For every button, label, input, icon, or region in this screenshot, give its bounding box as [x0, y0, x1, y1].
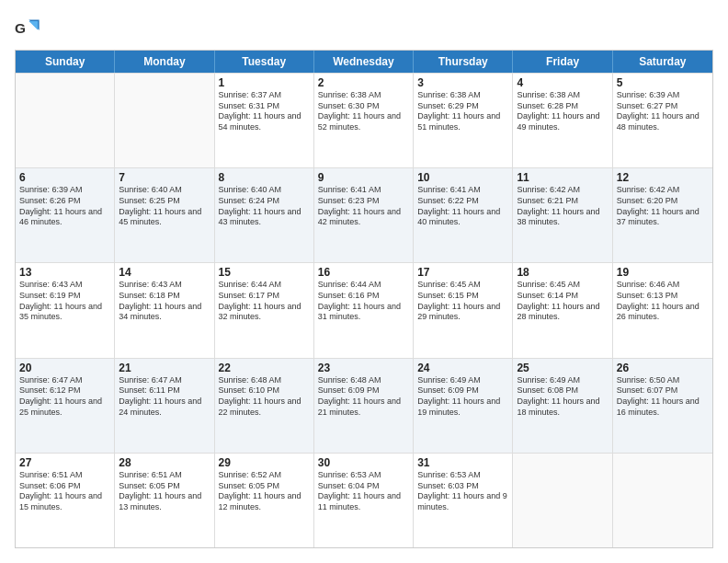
cal-header-wednesday: Wednesday [314, 51, 414, 73]
cal-cell: 18Sunrise: 6:45 AMSunset: 6:14 PMDayligh… [513, 263, 612, 357]
cell-info: Sunrise: 6:39 AMSunset: 6:27 PMDaylight:… [617, 90, 709, 133]
cell-info: Sunrise: 6:41 AMSunset: 6:23 PMDaylight:… [318, 185, 409, 228]
day-number: 31 [417, 456, 508, 469]
cell-info: Sunrise: 6:43 AMSunset: 6:19 PMDaylight:… [19, 280, 110, 323]
cal-week-4: 27Sunrise: 6:51 AMSunset: 6:06 PMDayligh… [16, 453, 712, 547]
cal-header-thursday: Thursday [414, 51, 513, 73]
day-number: 7 [119, 171, 210, 184]
cal-cell: 7Sunrise: 6:40 AMSunset: 6:25 PMDaylight… [115, 168, 214, 262]
cal-cell: 30Sunrise: 6:53 AMSunset: 6:04 PMDayligh… [314, 454, 414, 547]
cal-cell [613, 454, 712, 547]
day-number: 24 [417, 362, 508, 374]
cell-info: Sunrise: 6:46 AMSunset: 6:13 PMDaylight:… [617, 280, 709, 323]
cal-cell: 14Sunrise: 6:43 AMSunset: 6:18 PMDayligh… [115, 263, 214, 357]
cal-cell: 16Sunrise: 6:44 AMSunset: 6:16 PMDayligh… [314, 263, 414, 357]
svg-text:G: G [15, 20, 26, 36]
cell-info: Sunrise: 6:51 AMSunset: 6:05 PMDaylight:… [119, 470, 210, 513]
day-number: 9 [318, 171, 409, 184]
cal-cell: 13Sunrise: 6:43 AMSunset: 6:19 PMDayligh… [16, 263, 115, 357]
day-number: 19 [617, 266, 709, 279]
header: G [15, 15, 713, 40]
cal-cell: 9Sunrise: 6:41 AMSunset: 6:23 PMDaylight… [314, 168, 414, 262]
cell-info: Sunrise: 6:40 AMSunset: 6:25 PMDaylight:… [119, 185, 210, 228]
cal-cell: 31Sunrise: 6:53 AMSunset: 6:03 PMDayligh… [414, 454, 513, 547]
cell-info: Sunrise: 6:48 AMSunset: 6:09 PMDaylight:… [318, 375, 409, 419]
cell-info: Sunrise: 6:50 AMSunset: 6:07 PMDaylight:… [617, 375, 709, 419]
cal-cell: 2Sunrise: 6:38 AMSunset: 6:30 PMDaylight… [314, 74, 414, 167]
cal-cell: 12Sunrise: 6:42 AMSunset: 6:20 PMDayligh… [613, 168, 712, 262]
cell-info: Sunrise: 6:45 AMSunset: 6:15 PMDaylight:… [417, 280, 508, 323]
cal-cell: 17Sunrise: 6:45 AMSunset: 6:15 PMDayligh… [414, 263, 513, 357]
cal-cell: 27Sunrise: 6:51 AMSunset: 6:06 PMDayligh… [16, 454, 115, 547]
cell-info: Sunrise: 6:53 AMSunset: 6:04 PMDaylight:… [318, 470, 409, 513]
cell-info: Sunrise: 6:44 AMSunset: 6:16 PMDaylight:… [318, 280, 409, 323]
day-number: 20 [19, 362, 110, 374]
day-number: 3 [417, 76, 508, 89]
cal-cell: 25Sunrise: 6:49 AMSunset: 6:08 PMDayligh… [513, 359, 612, 453]
cal-cell: 21Sunrise: 6:47 AMSunset: 6:11 PMDayligh… [115, 359, 214, 453]
cal-header-monday: Monday [115, 51, 214, 73]
cal-cell [115, 74, 214, 167]
day-number: 1 [219, 76, 310, 89]
day-number: 18 [517, 266, 608, 279]
cell-info: Sunrise: 6:53 AMSunset: 6:03 PMDaylight:… [417, 470, 508, 513]
day-number: 23 [318, 362, 409, 374]
cell-info: Sunrise: 6:49 AMSunset: 6:09 PMDaylight:… [417, 375, 508, 419]
cal-header-friday: Friday [513, 51, 612, 73]
cal-header-tuesday: Tuesday [215, 51, 314, 73]
cell-info: Sunrise: 6:49 AMSunset: 6:08 PMDaylight:… [517, 375, 608, 419]
cal-cell: 4Sunrise: 6:38 AMSunset: 6:28 PMDaylight… [513, 74, 612, 167]
day-number: 30 [318, 456, 409, 469]
day-number: 6 [19, 171, 110, 184]
cal-cell: 22Sunrise: 6:48 AMSunset: 6:10 PMDayligh… [215, 359, 314, 453]
cell-info: Sunrise: 6:40 AMSunset: 6:24 PMDaylight:… [219, 185, 310, 228]
cell-info: Sunrise: 6:41 AMSunset: 6:22 PMDaylight:… [417, 185, 508, 228]
day-number: 26 [617, 362, 709, 374]
day-number: 15 [219, 266, 310, 279]
day-number: 10 [417, 171, 508, 184]
calendar: SundayMondayTuesdayWednesdayThursdayFrid… [15, 50, 713, 548]
day-number: 11 [517, 171, 608, 184]
cell-info: Sunrise: 6:37 AMSunset: 6:31 PMDaylight:… [219, 90, 310, 133]
day-number: 22 [219, 362, 310, 374]
cell-info: Sunrise: 6:43 AMSunset: 6:18 PMDaylight:… [119, 280, 210, 323]
cal-cell: 5Sunrise: 6:39 AMSunset: 6:27 PMDaylight… [613, 74, 712, 167]
cell-info: Sunrise: 6:42 AMSunset: 6:20 PMDaylight:… [617, 185, 709, 228]
cal-cell: 3Sunrise: 6:38 AMSunset: 6:29 PMDaylight… [414, 74, 513, 167]
day-number: 13 [19, 266, 110, 279]
cell-info: Sunrise: 6:51 AMSunset: 6:06 PMDaylight:… [19, 470, 110, 513]
cal-cell: 24Sunrise: 6:49 AMSunset: 6:09 PMDayligh… [414, 359, 513, 453]
day-number: 27 [19, 456, 110, 469]
cal-cell [513, 454, 612, 547]
calendar-header: SundayMondayTuesdayWednesdayThursdayFrid… [16, 51, 712, 73]
cal-week-0: 1Sunrise: 6:37 AMSunset: 6:31 PMDaylight… [16, 73, 712, 167]
day-number: 4 [517, 76, 608, 89]
cal-cell: 15Sunrise: 6:44 AMSunset: 6:17 PMDayligh… [215, 263, 314, 357]
day-number: 16 [318, 266, 409, 279]
cal-cell: 8Sunrise: 6:40 AMSunset: 6:24 PMDaylight… [215, 168, 314, 262]
cal-header-sunday: Sunday [16, 51, 115, 73]
day-number: 2 [318, 76, 409, 89]
cell-info: Sunrise: 6:47 AMSunset: 6:11 PMDaylight:… [119, 375, 210, 419]
logo: G [15, 15, 44, 40]
cal-week-3: 20Sunrise: 6:47 AMSunset: 6:12 PMDayligh… [16, 358, 712, 453]
cal-cell: 29Sunrise: 6:52 AMSunset: 6:05 PMDayligh… [215, 454, 314, 547]
day-number: 14 [119, 266, 210, 279]
cal-cell: 6Sunrise: 6:39 AMSunset: 6:26 PMDaylight… [16, 168, 115, 262]
cell-info: Sunrise: 6:38 AMSunset: 6:29 PMDaylight:… [417, 90, 508, 133]
cal-week-2: 13Sunrise: 6:43 AMSunset: 6:19 PMDayligh… [16, 262, 712, 357]
day-number: 8 [219, 171, 310, 184]
day-number: 28 [119, 456, 210, 469]
day-number: 21 [119, 362, 210, 374]
cal-cell: 26Sunrise: 6:50 AMSunset: 6:07 PMDayligh… [613, 359, 712, 453]
page: G SundayMondayTuesdayWednesdayThursdayFr… [0, 0, 728, 563]
cell-info: Sunrise: 6:38 AMSunset: 6:30 PMDaylight:… [318, 90, 409, 133]
day-number: 17 [417, 266, 508, 279]
logo-icon: G [15, 15, 40, 40]
day-number: 29 [219, 456, 310, 469]
cal-cell: 28Sunrise: 6:51 AMSunset: 6:05 PMDayligh… [115, 454, 214, 547]
day-number: 12 [617, 171, 709, 184]
cal-cell: 19Sunrise: 6:46 AMSunset: 6:13 PMDayligh… [613, 263, 712, 357]
cell-info: Sunrise: 6:48 AMSunset: 6:10 PMDaylight:… [219, 375, 310, 419]
cell-info: Sunrise: 6:47 AMSunset: 6:12 PMDaylight:… [19, 375, 110, 419]
